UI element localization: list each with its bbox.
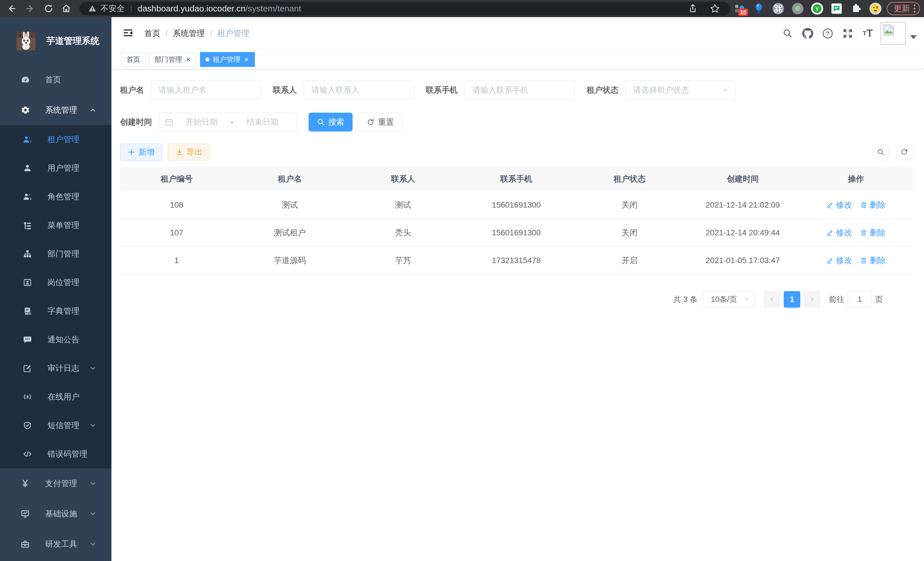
sidebar-item-label: 基础设施 [45,508,77,519]
delete-link[interactable]: 删除 [860,200,886,211]
font-size-icon[interactable]: TT [858,17,878,50]
cell-actions: 修改 删除 [800,191,913,219]
export-button[interactable]: 导出 [168,144,210,161]
goto-page-input[interactable] [848,291,872,308]
extension-record-icon[interactable] [791,2,804,15]
browser-forward-icon[interactable] [25,3,35,14]
avatar[interactable] [880,22,906,45]
chevron-down-icon [89,510,97,517]
extension-balloon-icon[interactable] [753,2,765,15]
sidebar-item-user[interactable]: 用户管理 [0,154,111,182]
browser-menu-icon[interactable] [914,5,915,13]
sidebar-item-dept[interactable]: 部门管理 [0,240,111,268]
breadcrumb-system[interactable]: 系统管理 [173,28,205,39]
goto-label: 前往 [829,294,844,305]
extension-y-icon[interactable]: Y [811,2,824,15]
extensions-row: 10 Y [733,2,889,15]
calendar-icon [165,118,173,126]
delete-link[interactable]: 删除 [860,227,886,238]
edit-link[interactable]: 修改 [826,255,852,266]
chevron-down-icon [744,296,750,302]
refresh-button[interactable] [896,144,913,160]
breadcrumb-home[interactable]: 首页 [144,28,160,39]
edit-label: 修改 [836,255,852,266]
active-dot [206,57,209,62]
sidebar-item-label: 在线用户 [47,391,80,402]
delete-link[interactable]: 删除 [860,255,886,266]
tab-tenant[interactable]: 租户管理 [200,52,255,67]
share-icon[interactable] [688,4,698,14]
page-content: 租户名 联系人 联系手机 租户状态 请选择租户状态 [111,69,924,561]
tenant-name-input[interactable] [151,81,261,99]
sidebar-item-error-code[interactable]: 错误码管理 [0,440,111,468]
address-bar[interactable]: 不安全 dashboard.yudao.iocoder.cn/system/te… [80,2,730,15]
sidebar-item-notice[interactable]: 通知公告 [0,325,111,354]
org-chart-icon [23,249,33,259]
contact-input[interactable] [304,81,414,99]
sidebar-item-payment[interactable]: 支付管理 [0,468,111,499]
avatar-caret-icon[interactable] [910,35,916,39]
sidebar-item-label: 菜单管理 [47,220,80,231]
help-icon[interactable]: ? [818,17,838,50]
browser-reload-icon[interactable] [44,3,54,14]
extension-chat-icon[interactable] [830,2,843,15]
browser-back-icon[interactable] [6,3,16,14]
extension-tabs-icon[interactable]: 10 [733,2,746,15]
security-label[interactable]: 不安全 [100,3,124,14]
monitor-icon [21,509,30,518]
cell-id: 1 [120,247,233,274]
mobile-input[interactable] [465,81,574,99]
sidebar-item-role[interactable]: 角色管理 [0,182,111,211]
status-select[interactable]: 请选择租户状态 [626,81,735,99]
sidebar-item-sms[interactable]: 短信管理 [0,411,111,440]
header-search-icon[interactable] [778,17,798,50]
sidebar-item-online-users[interactable]: 在线用户 [0,383,111,411]
reset-button[interactable]: 重置 [358,113,402,132]
tab-dept[interactable]: 部门管理 [149,52,196,67]
sidebar-item-tenant[interactable]: 租户管理 [0,125,111,154]
sidebar-logo[interactable]: 芋道管理系统 [0,17,111,65]
add-button[interactable]: 新增 [120,144,162,161]
date-range-picker[interactable]: 开始日期 - 结束日期 [159,113,297,132]
sidebar-collapse-icon[interactable] [122,28,134,39]
toggle-search-button[interactable] [873,144,889,160]
page-size-select[interactable]: 10条/页 [703,291,755,308]
bookmark-star-icon[interactable] [710,3,720,14]
close-icon[interactable] [185,57,191,62]
sidebar-item-infrastructure[interactable]: 基础设施 [0,499,111,529]
sidebar-item-devtools[interactable]: 研发工具 [0,529,111,559]
sidebar-item-home[interactable]: 首页 [0,65,111,95]
sidebar-item-label: 研发工具 [45,539,77,550]
sidebar-item-dict[interactable]: 字典管理 [0,297,111,325]
breadcrumb-current: 租户管理 [218,28,249,39]
sidebar-item-system[interactable]: 系统管理 [0,95,111,125]
message-icon [23,335,33,344]
column-header: 租户编号 [120,167,233,191]
extension-profile-avatar[interactable] [869,2,882,15]
github-icon[interactable] [798,17,818,50]
search-button[interactable]: 搜索 [309,113,352,132]
browser-home-icon[interactable] [61,3,71,14]
extensions-puzzle-icon[interactable] [850,2,862,15]
close-icon[interactable] [244,57,249,62]
tenant-table: 租户编号 租户名 联系人 联系手机 租户状态 创建时间 操作 108 测试 测试… [120,167,913,274]
sidebar-item-audit-log[interactable]: 审计日志 [0,354,111,383]
sidebar-item-post[interactable]: 岗位管理 [0,268,111,297]
edit-link[interactable]: 修改 [826,227,852,238]
column-header: 创建时间 [686,167,799,191]
next-page-button[interactable] [804,291,820,308]
sidebar-item-menu[interactable]: 菜单管理 [0,211,111,240]
fullscreen-icon[interactable] [838,17,858,50]
page-number-current[interactable]: 1 [784,291,800,308]
cell-contact: 测试 [346,191,460,219]
dictionary-icon [23,307,33,316]
extension-command-icon[interactable] [772,2,784,15]
chrome-update-button[interactable]: 更新 [887,2,920,15]
tab-home[interactable]: 首页 [121,52,146,67]
top-navbar: 首页 / 系统管理 / 租户管理 ? TT [111,17,924,50]
edit-label: 修改 [836,200,852,211]
edit-link[interactable]: 修改 [826,200,852,211]
url-text[interactable]: dashboard.yudao.iocoder.cn/system/tenant [138,4,301,14]
prev-page-button[interactable] [764,291,780,308]
cell-created: 2021-12-14 21:02:09 [686,191,799,219]
